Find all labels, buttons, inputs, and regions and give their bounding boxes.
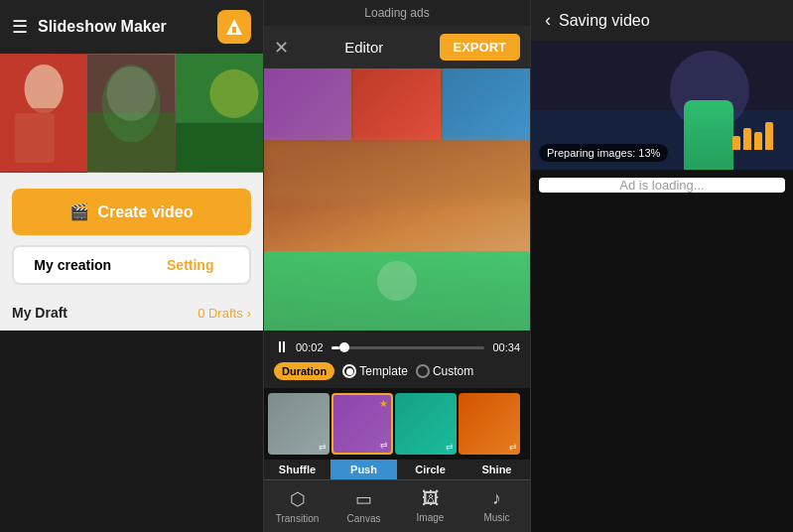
editor-panel: Loading ads ✕ Editor EXPORT ⏸ 00:02 — [263, 0, 531, 532]
svg-point-3 — [25, 65, 64, 113]
toolbar-transition[interactable]: ⬡ Transition — [264, 480, 330, 532]
editor-header: ✕ Editor EXPORT — [264, 26, 530, 68]
progress-thumb[interactable] — [339, 342, 349, 352]
anime-character-bottom — [264, 251, 530, 331]
canvas-icon: ▭ — [355, 488, 372, 510]
saving-thumbnail: Preparing images: 13% — [531, 41, 793, 170]
pause-button[interactable]: ⏸ — [274, 338, 290, 356]
time-start: 00:02 — [296, 341, 326, 353]
transition-tab-shine[interactable]: Shine — [463, 460, 530, 479]
template-option[interactable]: Template — [342, 364, 408, 378]
bar-2 — [743, 128, 751, 150]
star-icon: ★ — [379, 398, 388, 409]
forest-image — [87, 54, 175, 173]
toolbar-image[interactable]: 🖼 Image — [397, 480, 463, 532]
progress-fill — [331, 346, 339, 349]
tab-my-creation[interactable]: My creation — [14, 247, 132, 283]
thumbnail-2[interactable]: ★ ⇄ — [331, 393, 393, 455]
drafts-link[interactable]: 0 Drafts › — [198, 306, 251, 321]
progress-overlay: Preparing images: 13% — [539, 144, 668, 162]
saving-preview: Preparing images: 13% Ad is loading... — [531, 41, 793, 532]
svg-rect-1 — [232, 27, 236, 33]
transition-icon: ⬡ — [290, 488, 306, 510]
thumbnail-4[interactable]: ⇄ — [459, 393, 520, 455]
frame-3 — [443, 68, 530, 140]
playback-controls: ⏸ 00:02 00:34 Duration Template Custom — [264, 331, 530, 388]
nature-image — [176, 54, 263, 173]
frame-1 — [264, 68, 351, 140]
menu-icon[interactable]: ☰ — [12, 16, 28, 38]
export-button[interactable]: EXPORT — [440, 34, 520, 61]
char-head — [377, 261, 417, 301]
thumbnail-3[interactable]: ⇄ — [395, 393, 457, 455]
progress-text: Preparing images: 13% — [547, 147, 660, 159]
drafts-section: My Draft 0 Drafts › — [0, 295, 263, 331]
clapperboard-icon: 🎬 — [69, 202, 89, 221]
creation-tabs: My creation Setting — [12, 245, 251, 285]
action-area: 🎬 Create video My creation Setting — [0, 173, 263, 295]
progress-bar-row: ⏸ 00:02 00:34 — [274, 338, 520, 356]
frame-2 — [353, 68, 441, 140]
blurred-area — [264, 140, 530, 200]
toolbar-music[interactable]: ♪ Music — [463, 480, 530, 532]
thumbnail-1[interactable]: ⇄ — [268, 393, 330, 455]
editor-title: Editor — [344, 39, 383, 56]
ad-container: Ad is loading... — [539, 178, 785, 193]
app-title: Slideshow Maker — [38, 18, 207, 36]
progress-track[interactable] — [331, 346, 484, 349]
time-end: 00:34 — [490, 341, 520, 353]
image-icon: 🖼 — [422, 488, 440, 509]
ad-loading-text: Ad is loading... — [619, 178, 704, 193]
transition-tab-shuffle[interactable]: Shuffle — [264, 460, 330, 479]
person-image — [0, 54, 87, 173]
ads-loading-text: Loading ads — [364, 6, 429, 20]
duration-row: Duration Template Custom — [274, 362, 520, 380]
hero-image-3 — [176, 54, 263, 173]
logo-icon — [224, 17, 244, 37]
app-logo — [217, 10, 251, 44]
shuffle-overlay-1: ⇄ — [319, 442, 327, 452]
video-preview — [264, 68, 530, 331]
template-radio[interactable] — [342, 364, 356, 378]
svg-point-8 — [107, 66, 156, 121]
hero-images — [0, 54, 263, 173]
duration-tag[interactable]: Duration — [274, 362, 334, 380]
chevron-right-icon: › — [247, 306, 251, 321]
saving-title: Saving video — [559, 12, 650, 30]
hero-image-2 — [87, 54, 175, 173]
shuffle-overlay-4: ⇄ — [509, 442, 517, 452]
bottom-toolbar: ⬡ Transition ▭ Canvas 🖼 Image ♪ Music — [264, 479, 530, 532]
svg-point-11 — [209, 69, 258, 118]
create-video-button[interactable]: 🎬 Create video — [12, 189, 251, 235]
hero-image-1 — [0, 54, 87, 173]
toolbar-canvas[interactable]: ▭ Canvas — [330, 480, 397, 532]
saving-character — [684, 100, 733, 170]
bar-4 — [765, 122, 773, 150]
transition-tab-bar: Shuffle Push Circle Shine — [264, 460, 530, 479]
radio-inner — [346, 368, 353, 375]
svg-rect-4 — [20, 108, 68, 172]
music-icon: ♪ — [492, 488, 501, 509]
app-header: ☰ Slideshow Maker — [0, 0, 263, 54]
shuffle-overlay-2: ⇄ — [380, 440, 388, 450]
back-icon[interactable]: ‹ — [545, 10, 551, 31]
transition-tab-circle[interactable]: Circle — [397, 460, 463, 479]
tab-setting[interactable]: Setting — [132, 247, 250, 283]
close-icon[interactable]: ✕ — [274, 37, 289, 59]
saving-header: ‹ Saving video — [531, 0, 793, 41]
bar-3 — [754, 132, 762, 150]
custom-option[interactable]: Custom — [416, 364, 473, 378]
thumbnail-strip: ⇄ ★ ⇄ ⇄ ⇄ — [264, 388, 530, 460]
left-panel: ☰ Slideshow Maker — [0, 0, 263, 532]
ads-loading-bar: Loading ads — [264, 0, 530, 26]
custom-radio[interactable] — [416, 364, 430, 378]
drafts-title: My Draft — [12, 305, 67, 321]
svg-rect-10 — [176, 123, 263, 172]
right-panel: ‹ Saving video Preparing images: 13% — [531, 0, 793, 532]
bar-chart-icon — [732, 122, 773, 150]
transition-tab-push[interactable]: Push — [330, 460, 397, 479]
shuffle-overlay-3: ⇄ — [446, 442, 454, 452]
drafts-count: 0 Drafts — [198, 306, 243, 321]
anime-scene — [264, 68, 530, 331]
bar-1 — [732, 136, 740, 150]
